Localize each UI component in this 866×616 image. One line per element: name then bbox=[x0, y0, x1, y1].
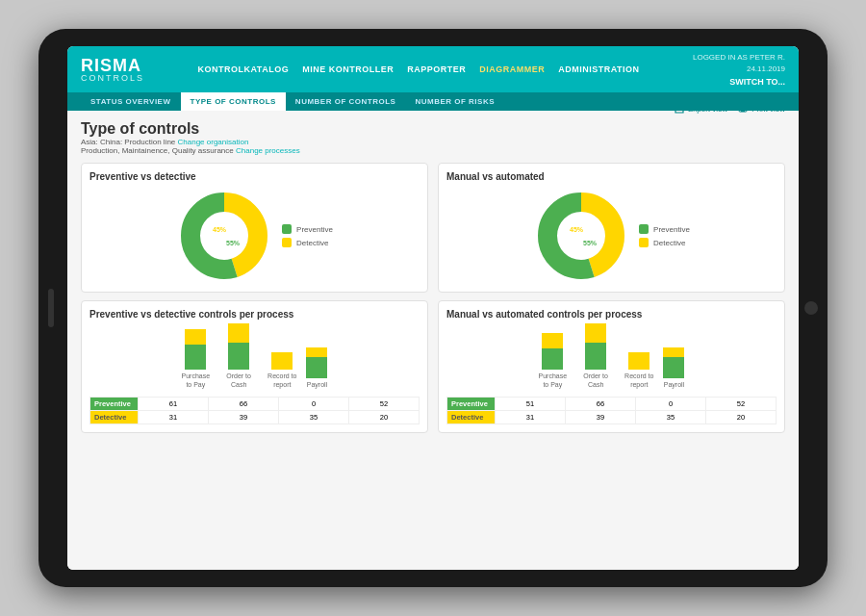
print-icon bbox=[737, 111, 749, 115]
bar-chart-area-2: Purchaseto Pay Order to Cash bbox=[446, 325, 777, 393]
table-cell-val: 66 bbox=[209, 398, 279, 411]
svg-point-5 bbox=[203, 215, 245, 257]
bar-seg-prev-p2 bbox=[228, 343, 249, 370]
logo-risma: RISMA bbox=[81, 57, 144, 74]
table-cell-val: 20 bbox=[706, 411, 777, 424]
bar-label-p4: Payroll bbox=[307, 381, 327, 389]
legend-dot-yellow-1 bbox=[282, 238, 292, 247]
page-title: Type of controls bbox=[81, 120, 785, 138]
bar-stack-m1 bbox=[542, 333, 563, 370]
print-view-btn[interactable]: Print view bbox=[737, 111, 785, 115]
bar-seg-det-p4 bbox=[306, 347, 327, 357]
bar-group-p3: Record toreport bbox=[267, 352, 296, 389]
top-nav: KONTROLKATALOG MINE KONTROLLER RAPPORTER… bbox=[197, 64, 639, 74]
bar-group-m1: Purchaseto Pay bbox=[539, 333, 568, 389]
bar-stack-p3 bbox=[271, 352, 293, 370]
table-cell-val: 66 bbox=[566, 398, 636, 411]
svg-text:55%: 55% bbox=[583, 240, 598, 246]
legend-item-preventive-1: Preventive bbox=[282, 224, 333, 234]
table-cell-val: 51 bbox=[496, 398, 566, 411]
donut-charts-row: Preventive vs detective 45% bbox=[81, 163, 785, 293]
bar-seg-prev-m4 bbox=[663, 357, 684, 378]
subnav-type-of-controls[interactable]: TYPE OF CONTROLS bbox=[181, 92, 286, 111]
bar-seg-det-m3 bbox=[628, 352, 650, 370]
chart-panel-manual-automated: Manual vs automated 45% 55% bbox=[438, 163, 785, 293]
donut-container-2: 45% 55% Preventive Detective bbox=[446, 188, 777, 284]
logo-controls: Controls bbox=[81, 74, 144, 83]
bar-seg-prev-m1 bbox=[542, 348, 563, 370]
subnav-number-of-controls[interactable]: NUMBER OF CONTROLS bbox=[286, 92, 406, 111]
page-actions: Export view Print view bbox=[674, 111, 785, 115]
bar-chart-title-2: Manual vs automated controls per process bbox=[446, 309, 777, 320]
bar-stack-p1 bbox=[185, 329, 206, 370]
bar-chart-area-1: Purchaseto Pay Order to Cash bbox=[89, 325, 420, 393]
chart-title-2: Manual vs automated bbox=[446, 171, 777, 182]
bar-label-m3: Record toreport bbox=[624, 372, 653, 389]
bar-group-m3: Record toreport bbox=[624, 352, 653, 389]
bar-group-m2: Order to Cash bbox=[576, 323, 615, 389]
svg-point-11 bbox=[560, 215, 602, 257]
page-header: Export view Print view Type of controls … bbox=[81, 120, 785, 155]
table-cell-val: 0 bbox=[279, 398, 349, 411]
nav-rapporter[interactable]: RAPPORTER bbox=[407, 64, 466, 74]
logo-area: RISMA Controls bbox=[81, 57, 144, 83]
bar-seg-det-m2 bbox=[585, 323, 606, 343]
bar-group-m4: Payroll bbox=[663, 347, 684, 389]
bar-label-m1: Purchaseto Pay bbox=[539, 372, 568, 389]
svg-rect-1 bbox=[741, 111, 745, 112]
subnav-status-overview[interactable]: STATUS OVERVIEW bbox=[81, 92, 181, 111]
legend-item-preventive-2: Preventive bbox=[639, 224, 690, 234]
table-cell-label: Preventive bbox=[447, 398, 496, 411]
bar-seg-det-m4 bbox=[663, 347, 684, 357]
donut-chart-2: 45% 55% bbox=[533, 188, 629, 284]
data-table-1: Preventive 61 66 0 52 Detective 31 39 35… bbox=[89, 397, 420, 424]
screen: RISMA Controls KONTROLKATALOG MINE KONTR… bbox=[67, 46, 799, 570]
svg-text:55%: 55% bbox=[226, 240, 241, 246]
nav-mine-kontroller[interactable]: MINE KONTROLLER bbox=[302, 64, 394, 74]
legend-dot-yellow-2 bbox=[639, 238, 649, 247]
bar-seg-det-p3 bbox=[271, 352, 293, 370]
table-cell-val: 61 bbox=[139, 398, 209, 411]
nav-diagrammer[interactable]: DIAGRAMMER bbox=[479, 64, 545, 74]
table-cell-label: Detective bbox=[90, 411, 139, 424]
bar-stack-p2 bbox=[228, 323, 249, 370]
data-table-2: Preventive 51 66 0 52 Detective 31 39 35… bbox=[446, 397, 777, 424]
bar-chart-title-1: Preventive vs detective controls per pro… bbox=[89, 309, 420, 320]
switch-to-btn[interactable]: SWITCH TO... bbox=[729, 77, 785, 87]
content-area: Export view Print view Type of controls … bbox=[67, 111, 799, 570]
bar-panel-1: Preventive vs detective controls per pro… bbox=[81, 300, 428, 433]
nav-administration[interactable]: ADMINISTRATION bbox=[558, 64, 639, 74]
export-view-btn[interactable]: Export view bbox=[674, 111, 727, 115]
svg-text:45%: 45% bbox=[213, 226, 227, 233]
legend-item-detective-1: Detective bbox=[282, 238, 333, 247]
bar-stack-m3 bbox=[628, 352, 650, 370]
change-processes-link[interactable]: Change processes bbox=[236, 146, 300, 155]
logged-in-info: LOGGED IN AS PETER R. 24.11.2019 bbox=[693, 52, 785, 75]
subnav-number-of-risks[interactable]: NUMBER OF RISKS bbox=[405, 92, 504, 111]
legend-dot-green-1 bbox=[282, 224, 292, 234]
bar-group-p2: Order to Cash bbox=[219, 323, 258, 389]
bar-seg-det-p1 bbox=[185, 329, 206, 345]
bar-seg-det-p2 bbox=[228, 323, 249, 343]
table-row-preventive-2: Preventive 51 66 0 52 bbox=[447, 398, 777, 411]
top-bar: RISMA Controls KONTROLKATALOG MINE KONTR… bbox=[67, 46, 799, 92]
tablet-frame: RISMA Controls KONTROLKATALOG MINE KONTR… bbox=[38, 29, 828, 587]
bar-panel-2: Manual vs automated controls per process… bbox=[438, 300, 785, 433]
table-cell-val: 39 bbox=[566, 411, 636, 424]
table-cell-val: 35 bbox=[636, 411, 706, 424]
change-organisation-link[interactable]: Change organisation bbox=[178, 138, 249, 146]
chart-title-1: Preventive vs detective bbox=[89, 171, 420, 182]
table-cell-val: 52 bbox=[706, 398, 777, 411]
table-cell-label: Preventive bbox=[90, 398, 139, 411]
donut-chart-1: 45% 55% bbox=[176, 188, 272, 284]
bar-label-p1: Purchaseto Pay bbox=[182, 372, 211, 389]
bar-charts-row: Preventive vs detective controls per pro… bbox=[81, 300, 785, 433]
svg-text:45%: 45% bbox=[570, 226, 584, 233]
bar-group-p1: Purchaseto Pay bbox=[182, 329, 211, 389]
table-cell-val: 31 bbox=[496, 411, 566, 424]
bar-label-p2: Order to Cash bbox=[219, 372, 258, 389]
nav-kontrolkatalog[interactable]: KONTROLKATALOG bbox=[197, 64, 289, 74]
legend-1: Preventive Detective bbox=[282, 224, 333, 247]
bar-group-p4: Payroll bbox=[306, 347, 327, 389]
breadcrumb-process: Production, Maintainence, Quality assura… bbox=[81, 146, 785, 155]
